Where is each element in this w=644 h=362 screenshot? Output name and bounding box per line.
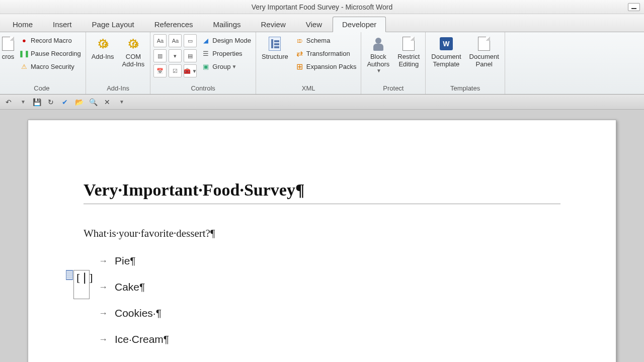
print-preview-button[interactable]: 🔍 [88, 97, 99, 108]
date-control-icon[interactable]: 📅 [153, 64, 167, 77]
plaintext-control-icon[interactable]: Aa [169, 34, 182, 47]
document-template-label: Document Template [431, 53, 461, 68]
document-page[interactable]: Very·Important·Food·Survey¶ What·is·your… [28, 120, 616, 362]
addins-button[interactable]: ⚙ Add-Ins [89, 34, 117, 62]
tab-home[interactable]: Home [3, 17, 42, 32]
dropdown-control-icon[interactable]: ▤ [184, 49, 197, 62]
open-button[interactable]: 📂 [73, 97, 85, 108]
restrict-editing-button[interactable]: Restrict Editing [395, 34, 422, 69]
item-text: Cake¶ [115, 281, 145, 293]
group-button[interactable]: ▣ Group ▼ [200, 60, 253, 72]
chevron-down-icon: ▼ [232, 64, 237, 69]
design-mode-button[interactable]: ◢ Design Mode [200, 34, 253, 46]
window-controls [628, 3, 640, 11]
record-macro-label: Record Macro [31, 37, 72, 44]
transformation-button[interactable]: ⇄ Transformation [294, 47, 358, 59]
group-code: cros ● Record Macro ❚❚ Pause Recording ⚠… [0, 32, 86, 94]
group-xml: Structure ⎄ Schema ⇄ Transformation ⊞ Ex… [256, 32, 361, 94]
redo-button[interactable]: ↻ [45, 97, 56, 108]
macro-security-button[interactable]: ⚠ Macro Security [18, 60, 83, 72]
document-panel-label: Document Panel [469, 53, 499, 68]
list-item[interactable]: → Cake¶ [99, 281, 560, 293]
legacy-tools-icon[interactable]: 🧰▼ [184, 64, 197, 77]
addins-label: Add-Ins [92, 53, 114, 60]
word-icon: W [440, 37, 453, 50]
tab-arrow-icon: → [99, 334, 108, 345]
checkbox-control-icon[interactable]: ☑ [169, 64, 182, 77]
undo-dropdown[interactable]: ▼ [17, 97, 28, 108]
list-item[interactable]: → Cookies·¶ [99, 307, 560, 319]
macros-label: cros [2, 53, 15, 60]
schema-button[interactable]: ⎄ Schema [294, 34, 358, 46]
spellcheck-button[interactable]: ✔ [59, 97, 70, 108]
quick-access-toolbar: ↶ ▼ 💾 ↻ ✔ 📂 🔍 ✕ ▼ [0, 95, 644, 110]
richtext-control-icon[interactable]: Aa [153, 34, 167, 47]
record-macro-button[interactable]: ● Record Macro [18, 34, 83, 46]
close-button[interactable]: ✕ [102, 97, 113, 108]
combobox-control-icon[interactable]: ▾ [169, 49, 182, 62]
chevron-down-icon: ▼ [376, 68, 381, 73]
group-templates: W Document Template Document Panel Templ… [426, 32, 505, 94]
group-protect-label: Protect [364, 83, 422, 93]
group-addins: ⚙ Add-Ins ⚙ COM Add-Ins Add-Ins [86, 32, 151, 94]
undo-button[interactable]: ↶ [3, 97, 14, 108]
panel-icon [478, 37, 490, 51]
group-controls: Aa Aa ▭ ▥ ▾ ▤ 📅 ☑ 🧰▼ ◢ Design Mode ☰ Pro… [150, 32, 256, 94]
macro-security-label: Macro Security [31, 63, 74, 70]
structure-label: Structure [262, 53, 288, 60]
tab-insert[interactable]: Insert [43, 17, 82, 32]
tab-view[interactable]: View [296, 17, 332, 32]
minimize-button[interactable] [628, 3, 640, 11]
tab-page-layout[interactable]: Page Layout [83, 17, 144, 32]
item-text: Cookies·¶ [115, 307, 162, 319]
picture-control-icon[interactable]: ▭ [184, 34, 197, 47]
properties-label: Properties [212, 50, 242, 57]
ribbon: cros ● Record Macro ❚❚ Pause Recording ⚠… [0, 32, 644, 95]
group-controls-label: Controls [153, 83, 253, 93]
tab-arrow-icon: → [99, 256, 108, 266]
tab-mailings[interactable]: Mailings [204, 17, 251, 32]
control-gallery: Aa Aa ▭ ▥ ▾ ▤ 📅 ☑ 🧰▼ [153, 34, 197, 77]
structure-button[interactable]: Structure [259, 34, 291, 62]
tab-references[interactable]: References [145, 17, 203, 32]
group-code-label: Code [1, 83, 83, 93]
schema-label: Schema [306, 37, 331, 44]
document-template-button[interactable]: W Document Template [429, 34, 463, 69]
document-title[interactable]: Very·Important·Food·Survey¶ [84, 180, 560, 204]
com-addins-button[interactable]: ⚙ COM Add-Ins [120, 34, 147, 69]
expansion-packs-button[interactable]: ⊞ Expansion Packs [294, 60, 358, 72]
block-authors-label: Block Authors [367, 53, 389, 68]
group-templates-label: Templates [429, 83, 502, 93]
pause-recording-button[interactable]: ❚❚ Pause Recording [18, 47, 83, 59]
lock-doc-icon [403, 37, 415, 51]
tab-review[interactable]: Review [252, 17, 295, 32]
ribbon-tabs: Home Insert Page Layout References Maili… [0, 14, 644, 32]
design-mode-label: Design Mode [212, 37, 251, 44]
list-item[interactable]: → Ice·Cream¶ [99, 333, 560, 345]
customize-qat-button[interactable]: ▼ [116, 97, 127, 108]
buildingblock-control-icon[interactable]: ▥ [153, 49, 167, 62]
item-text: Ice·Cream¶ [115, 333, 169, 345]
survey-question[interactable]: What·is·your·favorite·dessert?¶ [84, 227, 560, 240]
group-xml-label: XML [259, 83, 358, 93]
transformation-label: Transformation [306, 50, 350, 57]
content-control-handle[interactable] [66, 270, 73, 280]
tab-developer[interactable]: Developer [333, 17, 386, 32]
macros-button[interactable]: cros [1, 34, 15, 62]
document-panel-button[interactable]: Document Panel [467, 34, 502, 69]
block-authors-button[interactable]: Block Authors ▼ [364, 34, 392, 75]
save-button[interactable]: 💾 [31, 97, 42, 108]
com-addins-label: COM Add-Ins [122, 53, 145, 68]
properties-button[interactable]: ☰ Properties [200, 47, 253, 59]
group-protect: Block Authors ▼ Restrict Editing Protect [361, 32, 426, 94]
title-bar: Very Important Food Survey - Microsoft W… [0, 0, 644, 14]
window-title: Very Important Food Survey - Microsoft W… [252, 3, 393, 11]
list-item[interactable]: → Pie¶ [99, 255, 560, 267]
group-label-text: Group [212, 63, 230, 70]
tab-arrow-icon: → [99, 308, 108, 319]
expansion-packs-label: Expansion Packs [306, 63, 357, 70]
group-addins-label: Add-Ins [89, 83, 147, 93]
document-workspace[interactable]: Very·Important·Food·Survey¶ What·is·your… [0, 110, 644, 362]
checkbox-glyph[interactable]: [❘] [76, 271, 93, 284]
item-text: Pie¶ [115, 255, 136, 267]
